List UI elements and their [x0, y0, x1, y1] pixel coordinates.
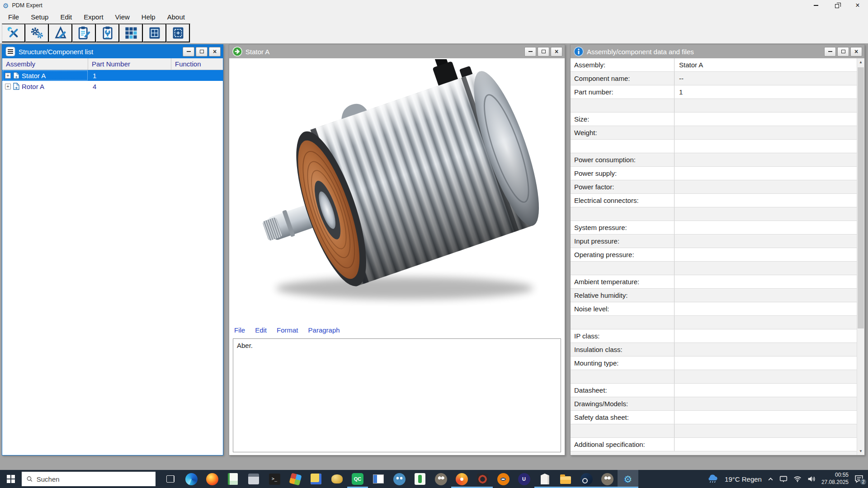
field-value[interactable] [675, 357, 857, 370]
data-row[interactable]: Mounting type: [571, 357, 857, 370]
toolbar-list-edit-button[interactable] [72, 23, 96, 42]
field-value[interactable] [675, 235, 857, 248]
column-header-part-number[interactable]: Part Number [88, 58, 171, 70]
scroll-up-button[interactable] [857, 58, 864, 66]
field-value[interactable] [675, 289, 857, 302]
field-value[interactable] [675, 180, 857, 193]
toolbar-measure-button[interactable] [49, 23, 72, 42]
field-value[interactable] [675, 316, 857, 329]
notes-text-area[interactable]: Aber. [233, 338, 561, 452]
field-value[interactable] [675, 262, 857, 275]
field-value[interactable] [675, 329, 857, 343]
expand-toggle[interactable]: + [5, 73, 11, 79]
field-value[interactable] [675, 113, 857, 126]
data-minimize-button[interactable] [824, 47, 836, 56]
field-value[interactable] [675, 248, 857, 261]
field-value[interactable] [675, 411, 857, 424]
taskbar-gimp[interactable] [430, 470, 451, 488]
tray-device-icon[interactable] [779, 476, 788, 482]
data-row[interactable]: Ambient temperature: [571, 275, 857, 289]
field-value[interactable] [675, 140, 857, 153]
assembly-cell[interactable]: + Rotor A [2, 81, 88, 92]
taskbar-firefox[interactable] [202, 470, 222, 488]
data-row[interactable]: System pressure: [571, 221, 857, 235]
field-value[interactable]: -- [675, 72, 857, 85]
menu-item[interactable]: Edit [54, 11, 78, 23]
data-row[interactable]: Assembly: Stator A [571, 58, 857, 72]
toolbar-grid-button[interactable] [119, 23, 143, 42]
menu-item[interactable]: File [2, 11, 25, 23]
toolbar-settings-button[interactable] [25, 23, 49, 42]
data-row[interactable]: IP class: [571, 329, 857, 343]
data-row[interactable]: Weight: [571, 126, 857, 140]
taskbar-green-bottle[interactable] [410, 470, 430, 488]
taskbar-darktable[interactable] [472, 470, 493, 488]
data-row[interactable]: Component name: -- [571, 72, 857, 85]
weather-rain-icon[interactable] [707, 474, 719, 483]
data-scrollbar[interactable] [857, 58, 864, 455]
taskbar-media-window[interactable] [368, 470, 389, 488]
data-row[interactable]: Datasheet: [571, 384, 857, 397]
data-row[interactable]: Relative humidity: [571, 289, 857, 302]
data-row[interactable]: Input pressure: [571, 235, 857, 248]
column-header-assembly[interactable]: Assembly [2, 58, 88, 70]
editor-menu-item[interactable]: File [234, 326, 245, 334]
data-row[interactable]: Operating pressure: [571, 248, 857, 262]
toolbar-blueprint-button[interactable] [143, 23, 166, 42]
wifi-icon[interactable] [793, 476, 802, 482]
menu-item[interactable]: Export [78, 11, 109, 23]
taskbar-gimp-2[interactable] [597, 470, 618, 488]
taskbar-3d-box[interactable] [243, 470, 264, 488]
field-value[interactable] [675, 126, 857, 139]
notification-center-button[interactable]: 2 [854, 475, 863, 483]
taskbar-task-view[interactable] [160, 470, 181, 488]
taskbar-ubuntu[interactable]: U [514, 470, 534, 488]
taskbar-teapot-3d[interactable] [326, 470, 347, 488]
field-value[interactable] [675, 397, 857, 410]
field-value[interactable] [675, 384, 857, 397]
window-close-button[interactable]: × [847, 0, 868, 11]
window-restore-button[interactable] [826, 0, 847, 11]
data-row[interactable] [571, 140, 857, 153]
data-row[interactable]: Power factor: [571, 180, 857, 194]
data-row[interactable] [571, 316, 857, 329]
search-input[interactable] [37, 475, 151, 483]
taskbar-notes-app[interactable] [222, 470, 243, 488]
data-row[interactable] [571, 99, 857, 113]
taskbar-file-explorer[interactable] [555, 470, 576, 488]
data-row[interactable]: Insulation class: [571, 343, 857, 357]
editor-menu-item[interactable]: Edit [255, 326, 267, 334]
taskbar-clock[interactable]: 00:55 27.08.2025 [821, 472, 849, 486]
field-value[interactable] [675, 167, 857, 180]
taskbar-steam[interactable] [576, 470, 597, 488]
tree-row[interactable]: + Rotor A 4 [2, 81, 223, 92]
editor-menu-item[interactable]: Format [277, 326, 298, 334]
toolbar-tools-button[interactable] [2, 23, 25, 42]
data-close-button[interactable]: × [850, 47, 862, 56]
data-row[interactable]: Power consumption: [571, 153, 857, 167]
data-maximize-button[interactable] [837, 47, 849, 56]
taskbar-image-viewer[interactable] [306, 470, 326, 488]
viewer-maximize-button[interactable] [538, 47, 549, 56]
taskbar-pdm-expert[interactable] [618, 470, 638, 488]
field-value[interactable] [675, 438, 857, 451]
column-header-function[interactable]: Function [171, 58, 223, 70]
data-row[interactable]: Safety data sheet: [571, 411, 857, 424]
speaker-icon[interactable] [807, 476, 816, 482]
taskbar-terminal[interactable]: >_ [264, 470, 285, 488]
data-row[interactable]: Drawings/Models: [571, 397, 857, 411]
field-value[interactable]: 1 [675, 85, 857, 99]
taskbar-xnview[interactable] [451, 470, 472, 488]
editor-menu-item[interactable]: Paragraph [308, 326, 340, 334]
data-row[interactable] [571, 207, 857, 221]
assembly-cell[interactable]: + Stator A [2, 70, 88, 81]
window-minimize-button[interactable] [806, 0, 826, 11]
taskbar-blender[interactable] [493, 470, 514, 488]
menu-item[interactable]: Help [136, 11, 161, 23]
data-row[interactable] [571, 262, 857, 275]
data-row[interactable]: Size: [571, 113, 857, 126]
taskbar-qc-app[interactable]: QC [347, 470, 368, 488]
field-value[interactable] [675, 153, 857, 166]
menu-item[interactable]: View [109, 11, 136, 23]
field-value[interactable] [675, 275, 857, 288]
